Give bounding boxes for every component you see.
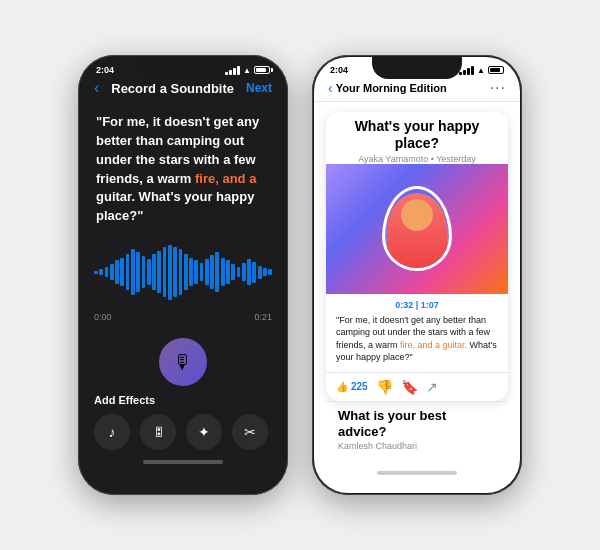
wave-bar: [173, 247, 177, 297]
cut-effect-button[interactable]: ✂: [232, 414, 268, 450]
next-card-preview: What is your best advice? Kamlesh Chaudh…: [326, 401, 508, 455]
wave-bar: [231, 264, 235, 280]
wave-bar: [226, 260, 230, 284]
notch2: [372, 57, 462, 79]
card-quote: "For me, it doesn't get any better than …: [336, 314, 498, 364]
home-bar-2: [377, 471, 457, 475]
card-gradient: [326, 164, 508, 294]
card-author: Ayaka Yamamoto • Yesterday: [334, 154, 500, 164]
wave-bar: [221, 258, 225, 287]
wave-bar: [252, 262, 256, 283]
phone-morning: 2:04 ▲ ‹ Your Morning Edition ···: [312, 55, 522, 495]
wave-bar: [215, 252, 219, 291]
scene: 2:04 ▲ ‹ Record a Soundbite Next: [58, 35, 542, 515]
status-icons: ▲: [225, 66, 270, 75]
quote-suffix: guitar. What's your happy place?": [96, 189, 254, 223]
reaction-row: 👍 225 👎 🔖 ↗: [326, 372, 508, 401]
status-icons-2: ▲: [459, 66, 504, 75]
wave-bar: [131, 249, 135, 295]
next-author: Kamlesh Chaudhari: [338, 441, 496, 451]
card-question: What's your happy place?: [334, 118, 500, 152]
edition-title: Your Morning Edition: [336, 82, 447, 94]
wave-bar: [237, 267, 241, 277]
effects-row: ♪ 🎛 ✦ ✂: [80, 414, 286, 450]
wave-bar: [263, 268, 267, 276]
status-time-2: 2:04: [330, 65, 348, 75]
wave-bar: [115, 260, 119, 284]
like-count: 225: [351, 381, 368, 392]
playback-info: 0:32 | 1:07: [336, 300, 498, 310]
music-effect-icon: ♪: [109, 424, 116, 440]
wave-bar: [242, 263, 246, 281]
card-guitar-word: guitar.: [440, 340, 467, 350]
card-area: What's your happy place? Ayaka Yamamoto …: [314, 102, 520, 465]
wave-bar: [168, 245, 172, 300]
share-icon[interactable]: ↗: [426, 379, 438, 395]
back-button[interactable]: ‹: [94, 79, 99, 97]
cut-effect-icon: ✂: [244, 424, 256, 440]
wave-bar: [247, 259, 251, 285]
wave-bar: [189, 258, 193, 287]
wave-bar: [258, 266, 262, 279]
time-row: 0:00 0:21: [80, 312, 286, 322]
back-button-2[interactable]: ‹ Your Morning Edition: [328, 80, 447, 96]
avatar-head: [401, 199, 433, 231]
next-question: What is your best advice?: [338, 408, 496, 439]
wave-bar: [200, 263, 204, 281]
avatar-person: [387, 193, 447, 268]
mic-btn-container: 🎙: [80, 338, 286, 386]
wave-bar: [163, 247, 167, 297]
home-bar: [143, 460, 223, 464]
wave-bar: [147, 259, 151, 285]
mic-button[interactable]: 🎙: [159, 338, 207, 386]
wave-bar: [105, 267, 109, 277]
record-header: ‹ Record a Soundbite Next: [80, 75, 286, 103]
wave-bar: [142, 256, 146, 289]
music-effect-button[interactable]: ♪: [94, 414, 130, 450]
main-card: What's your happy place? Ayaka Yamamoto …: [326, 112, 508, 401]
waveform: [94, 242, 272, 302]
fire-word: fire, and a: [195, 171, 256, 186]
battery-icon: [254, 66, 270, 74]
avatar-container: [382, 186, 452, 271]
quote-text: "For me, it doesn't get any better than …: [80, 103, 286, 232]
card-title-area: What's your happy place? Ayaka Yamamoto …: [326, 112, 508, 164]
wave-bar: [152, 254, 156, 291]
wave-bar: [110, 264, 114, 280]
header-title: Record a Soundbite: [111, 81, 234, 96]
wave-bar: [205, 259, 209, 285]
wave-bar: [126, 254, 130, 291]
wave-bar: [99, 269, 103, 276]
sparkle-effect-icon: ✦: [198, 424, 210, 440]
time-end: 0:21: [254, 312, 272, 322]
sparkle-effect-button[interactable]: ✦: [186, 414, 222, 450]
wave-bar: [210, 255, 214, 289]
bookmark-icon[interactable]: 🔖: [401, 379, 418, 395]
mic-icon: 🎙: [173, 351, 193, 374]
wave-bar: [184, 254, 188, 291]
status-time: 2:04: [96, 65, 114, 75]
wave-bar: [268, 269, 272, 274]
dots-menu[interactable]: ···: [490, 79, 506, 97]
next-button[interactable]: Next: [246, 81, 272, 95]
card-fire-word: fire, and a: [400, 340, 440, 350]
like-icon: 👍: [336, 381, 348, 392]
back-arrow-2: ‹: [328, 80, 333, 96]
notch: [138, 57, 228, 79]
phone-record: 2:04 ▲ ‹ Record a Soundbite Next: [78, 55, 288, 495]
wifi-icon: ▲: [243, 66, 251, 75]
morning-header: ‹ Your Morning Edition ···: [314, 75, 520, 102]
wave-bar: [194, 260, 198, 284]
wave-bar: [157, 251, 161, 293]
wave-bar: [94, 271, 98, 274]
wifi-icon-2: ▲: [477, 66, 485, 75]
avatar-egg: [382, 186, 452, 271]
thumbsdown-icon[interactable]: 👎: [376, 379, 393, 395]
eq-effect-button[interactable]: 🎛: [140, 414, 176, 450]
like-button[interactable]: 👍 225: [336, 381, 368, 392]
time-start: 0:00: [94, 312, 112, 322]
card-bottom: 0:32 | 1:07 "For me, it doesn't get any …: [326, 294, 508, 372]
wave-bar: [120, 258, 124, 287]
wave-bar: [136, 252, 140, 291]
eq-effect-icon: 🎛: [153, 426, 164, 438]
